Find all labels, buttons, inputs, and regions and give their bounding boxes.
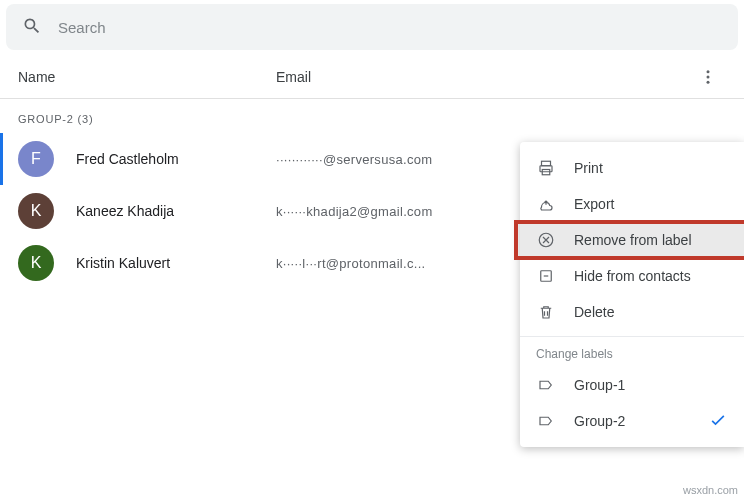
search-icon: [22, 16, 58, 39]
svg-point-1: [707, 76, 710, 79]
contact-name: Kristin Kaluvert: [76, 255, 276, 271]
svg-rect-3: [542, 161, 551, 166]
header-name: Name: [16, 69, 276, 85]
menu-label: Group-1: [574, 377, 625, 393]
label-icon: [536, 376, 556, 394]
search-bar[interactable]: [6, 4, 738, 50]
contact-name: Fred Castleholm: [76, 151, 276, 167]
avatar: K: [18, 245, 54, 281]
menu-item-label-group1[interactable]: Group-1: [520, 367, 744, 403]
menu-label: Print: [574, 160, 603, 176]
menu-item-hide[interactable]: Hide from contacts: [520, 258, 744, 294]
search-input[interactable]: [58, 19, 722, 36]
check-icon: [708, 410, 728, 433]
group-header: GROUP-2 (3): [0, 99, 744, 133]
menu-label: Group-2: [574, 413, 625, 429]
column-headers: Name Email: [0, 50, 744, 99]
avatar: F: [18, 141, 54, 177]
watermark: wsxdn.com: [683, 484, 738, 496]
menu-label: Hide from contacts: [574, 268, 691, 284]
header-email: Email: [276, 69, 688, 85]
print-icon: [536, 159, 556, 177]
remove-icon: [536, 231, 556, 249]
label-icon: [536, 412, 556, 430]
trash-icon: [536, 303, 556, 321]
menu-item-label-group2[interactable]: Group-2: [520, 403, 744, 439]
menu-item-remove-from-label[interactable]: Remove from label: [520, 222, 744, 258]
menu-label: Export: [574, 196, 614, 212]
menu-label: Delete: [574, 304, 614, 320]
menu-item-print[interactable]: Print: [520, 150, 744, 186]
svg-point-2: [707, 81, 710, 84]
menu-item-export[interactable]: Export: [520, 186, 744, 222]
menu-label: Remove from label: [574, 232, 692, 248]
context-menu: Print Export Remove from label Hide from…: [520, 142, 744, 447]
avatar: K: [18, 193, 54, 229]
menu-item-delete[interactable]: Delete: [520, 294, 744, 330]
overflow-menu-button[interactable]: [688, 68, 728, 86]
contact-name: Kaneez Khadija: [76, 203, 276, 219]
hide-icon: [536, 267, 556, 285]
menu-section-label: Change labels: [520, 336, 744, 367]
export-icon: [536, 195, 556, 213]
svg-point-0: [707, 70, 710, 73]
